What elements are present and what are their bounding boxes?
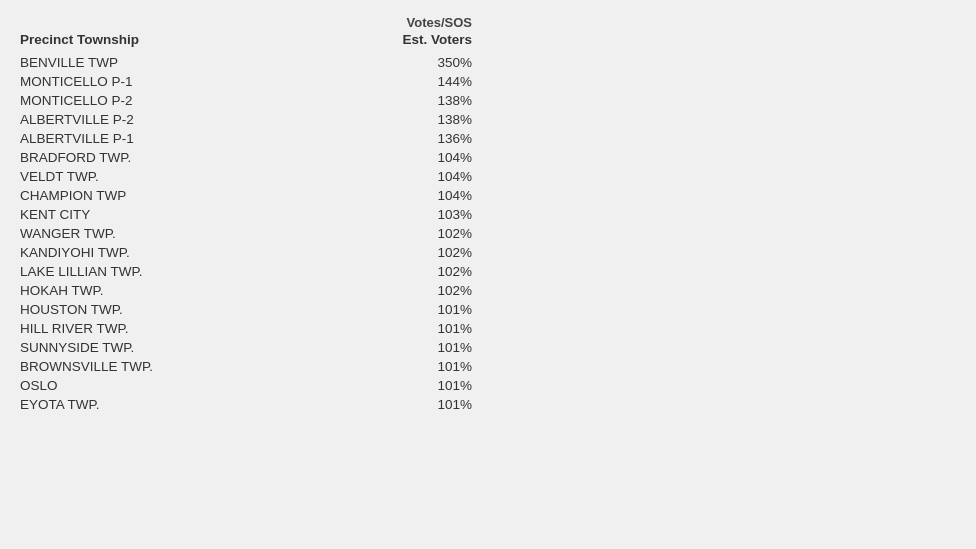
votes-cell: 104% [317,167,480,186]
votes-cell: 104% [317,148,480,167]
data-table: Votes/SOS Precinct Township Est. Voters … [20,15,480,414]
table-row: SUNNYSIDE TWP.101% [20,338,480,357]
top-header-row: Votes/SOS [20,15,480,30]
precinct-cell: HOUSTON TWP. [20,300,317,319]
precinct-cell: CHAMPION TWP [20,186,317,205]
est-voters-subheader: Est. Voters [317,30,480,53]
votes-cell: 104% [317,186,480,205]
votes-cell: 102% [317,281,480,300]
table-row: EYOTA TWP.101% [20,395,480,414]
votes-cell: 144% [317,72,480,91]
precinct-cell: MONTICELLO P-1 [20,72,317,91]
precinct-col-header-empty [20,15,317,30]
votes-cell: 136% [317,129,480,148]
table-row: HILL RIVER TWP.101% [20,319,480,338]
votes-cell: 102% [317,262,480,281]
precinct-cell: LAKE LILLIAN TWP. [20,262,317,281]
votes-cell: 101% [317,300,480,319]
votes-cell: 101% [317,338,480,357]
table-row: OSLO101% [20,376,480,395]
votes-cell: 101% [317,357,480,376]
table-row: LAKE LILLIAN TWP.102% [20,262,480,281]
precinct-cell: BENVILLE TWP [20,53,317,72]
table-row: MONTICELLO P-1144% [20,72,480,91]
precinct-cell: BROWNSVILLE TWP. [20,357,317,376]
precinct-cell: HOKAH TWP. [20,281,317,300]
table-row: HOUSTON TWP.101% [20,300,480,319]
table-row: WANGER TWP.102% [20,224,480,243]
precinct-cell: MONTICELLO P-2 [20,91,317,110]
votes-sos-header: Votes/SOS [317,15,480,30]
table-row: BRADFORD TWP.104% [20,148,480,167]
votes-cell: 101% [317,376,480,395]
table-row: BENVILLE TWP350% [20,53,480,72]
table-row: ALBERTVILLE P-1136% [20,129,480,148]
table-row: ALBERTVILLE P-2138% [20,110,480,129]
subheader-row: Precinct Township Est. Voters [20,30,480,53]
precinct-cell: SUNNYSIDE TWP. [20,338,317,357]
precinct-cell: ALBERTVILLE P-2 [20,110,317,129]
table-row: MONTICELLO P-2138% [20,91,480,110]
precinct-subheader: Precinct Township [20,30,317,53]
precinct-cell: VELDT TWP. [20,167,317,186]
votes-cell: 138% [317,110,480,129]
precinct-cell: OSLO [20,376,317,395]
votes-cell: 102% [317,243,480,262]
votes-cell: 102% [317,224,480,243]
votes-cell: 101% [317,395,480,414]
table-row: BROWNSVILLE TWP.101% [20,357,480,376]
votes-cell: 103% [317,205,480,224]
votes-cell: 138% [317,91,480,110]
votes-cell: 350% [317,53,480,72]
votes-cell: 101% [317,319,480,338]
precinct-cell: BRADFORD TWP. [20,148,317,167]
precinct-cell: HILL RIVER TWP. [20,319,317,338]
precinct-cell: ALBERTVILLE P-1 [20,129,317,148]
table-row: KANDIYOHI TWP.102% [20,243,480,262]
main-container: Votes/SOS Precinct Township Est. Voters … [20,10,956,414]
table-body: BENVILLE TWP350%MONTICELLO P-1144%MONTIC… [20,53,480,414]
precinct-cell: KENT CITY [20,205,317,224]
table-row: HOKAH TWP.102% [20,281,480,300]
table-row: CHAMPION TWP104% [20,186,480,205]
precinct-cell: KANDIYOHI TWP. [20,243,317,262]
precinct-cell: WANGER TWP. [20,224,317,243]
precinct-cell: EYOTA TWP. [20,395,317,414]
table-row: KENT CITY103% [20,205,480,224]
table-row: VELDT TWP.104% [20,167,480,186]
